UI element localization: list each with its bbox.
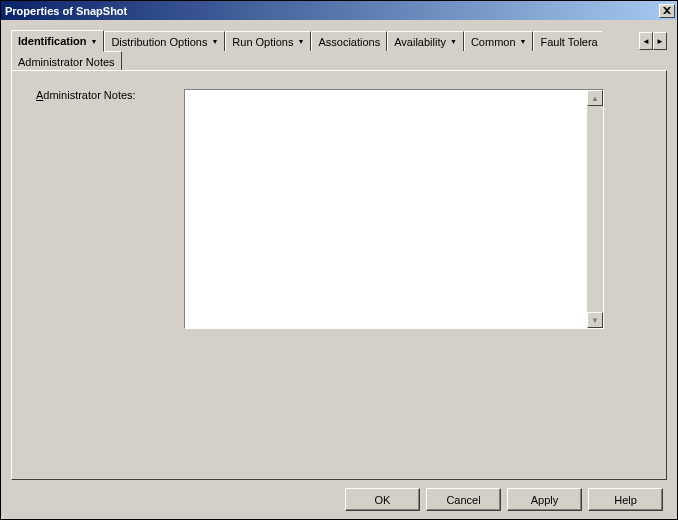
tab-associations[interactable]: Associations bbox=[311, 31, 387, 51]
titlebar: Properties of SnapShot bbox=[1, 1, 677, 20]
chevron-up-icon: ▲ bbox=[591, 94, 599, 103]
tab-label: Common bbox=[471, 36, 516, 48]
tab-scroll-right[interactable]: ► bbox=[653, 32, 667, 50]
button-label: Apply bbox=[531, 494, 559, 506]
window-title: Properties of SnapShot bbox=[5, 5, 657, 17]
tab-label: Availability bbox=[394, 36, 446, 48]
scroll-up-button[interactable]: ▲ bbox=[587, 90, 603, 106]
tab-label: Run Options bbox=[232, 36, 293, 48]
close-button[interactable] bbox=[659, 4, 675, 18]
vertical-scrollbar[interactable]: ▲ ▼ bbox=[587, 90, 603, 328]
dialog-buttons: OK Cancel Apply Help bbox=[11, 480, 667, 511]
window-frame: Properties of SnapShot Identification ▼ … bbox=[0, 0, 678, 520]
close-icon bbox=[663, 7, 671, 14]
tab-distribution-options[interactable]: Distribution Options ▼ bbox=[104, 31, 225, 51]
tab-administrator-notes[interactable]: Administrator Notes bbox=[11, 51, 122, 71]
tab-label: Fault Tolera bbox=[540, 36, 597, 48]
chevron-down-icon: ▼ bbox=[211, 38, 218, 45]
tab-label: Identification bbox=[18, 35, 86, 47]
ok-button[interactable]: OK bbox=[345, 488, 420, 511]
tab-row-1: Identification ▼ Distribution Options ▼ … bbox=[11, 30, 667, 51]
help-button[interactable]: Help bbox=[588, 488, 663, 511]
tab-scroll: ◄ ► bbox=[639, 31, 667, 51]
button-label: OK bbox=[375, 494, 391, 506]
cancel-button[interactable]: Cancel bbox=[426, 488, 501, 511]
tab-fault-tolerance[interactable]: Fault Tolera bbox=[533, 31, 602, 51]
button-label: Help bbox=[614, 494, 637, 506]
notes-label-text: dministrator Notes: bbox=[43, 89, 135, 101]
tab-scroll-left[interactable]: ◄ bbox=[639, 32, 653, 50]
tab-availability[interactable]: Availability ▼ bbox=[387, 31, 464, 51]
tab-strip: Identification ▼ Distribution Options ▼ … bbox=[11, 30, 667, 71]
chevron-down-icon: ▼ bbox=[450, 38, 457, 45]
form-row-notes: Administrator Notes: ▲ ▼ bbox=[36, 89, 642, 329]
tab-label: Distribution Options bbox=[111, 36, 207, 48]
tab-row-2: Administrator Notes bbox=[11, 50, 667, 71]
button-label: Cancel bbox=[446, 494, 480, 506]
apply-button[interactable]: Apply bbox=[507, 488, 582, 511]
chevron-right-icon: ► bbox=[656, 37, 664, 46]
chevron-down-icon: ▼ bbox=[591, 316, 599, 325]
notes-textarea-wrap: ▲ ▼ bbox=[184, 89, 604, 329]
tab-label: Associations bbox=[318, 36, 380, 48]
tab-label: Administrator Notes bbox=[18, 56, 115, 68]
scroll-down-button[interactable]: ▼ bbox=[587, 312, 603, 328]
tab-run-options[interactable]: Run Options ▼ bbox=[225, 31, 311, 51]
chevron-down-icon: ▼ bbox=[90, 38, 97, 45]
client-area: Identification ▼ Distribution Options ▼ … bbox=[1, 20, 677, 519]
notes-label: Administrator Notes: bbox=[36, 89, 176, 101]
tab-common[interactable]: Common ▼ bbox=[464, 31, 534, 51]
tab-container: Identification ▼ Distribution Options ▼ … bbox=[11, 30, 667, 480]
titlebar-controls bbox=[657, 2, 677, 20]
chevron-down-icon: ▼ bbox=[297, 38, 304, 45]
tab-identification[interactable]: Identification ▼ bbox=[11, 30, 104, 52]
chevron-down-icon: ▼ bbox=[520, 38, 527, 45]
tab-panel: Administrator Notes: ▲ ▼ bbox=[11, 70, 667, 480]
administrator-notes-input[interactable] bbox=[185, 90, 587, 328]
chevron-left-icon: ◄ bbox=[642, 37, 650, 46]
